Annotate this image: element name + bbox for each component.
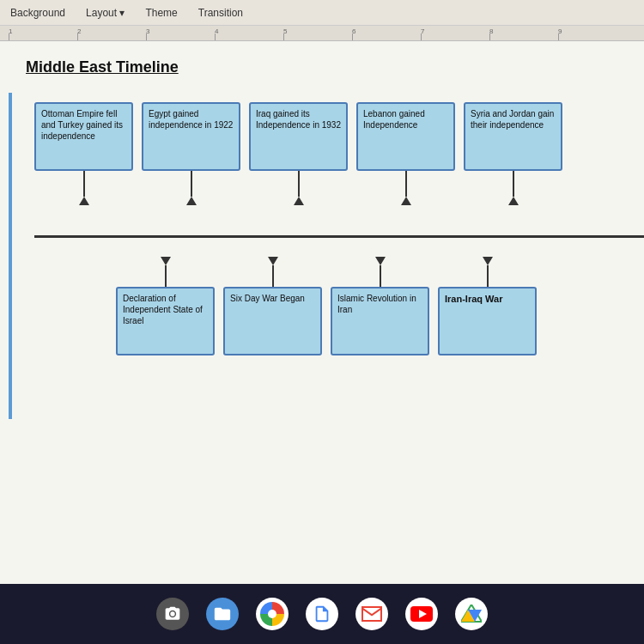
taskbar (0, 584, 644, 644)
page-title: Middle East Timeline (26, 58, 618, 76)
arrow-up-2 (186, 171, 197, 205)
arrow-up-1 (79, 171, 89, 205)
arrow-down-head-2 (268, 257, 278, 265)
taskbar-files-icon[interactable] (206, 598, 239, 630)
taskbar-camera-icon[interactable] (156, 598, 189, 630)
taskbar-drive-icon[interactable] (455, 598, 488, 630)
top-box-1[interactable]: Ottoman Empire fell and Turkey gained it… (34, 102, 133, 171)
menu-theme[interactable]: Theme (142, 5, 180, 21)
arrow-up-3 (294, 171, 304, 205)
taskbar-youtube-icon[interactable] (405, 598, 438, 630)
arrow-down-shaft-3 (380, 265, 381, 287)
menu-background[interactable]: Background (7, 5, 69, 21)
bottom-box-2[interactable]: Six Day War Began (223, 287, 322, 355)
bottom-col-2: Six Day War Began (223, 257, 322, 355)
top-box-3[interactable]: Iraq gained its Independence in 1932 (249, 102, 348, 171)
top-boxes: Ottoman Empire fell and Turkey gained it… (34, 102, 562, 205)
top-box-4[interactable]: Lebanon gained Independence (356, 102, 455, 171)
top-box-2[interactable]: Egypt gained independence in 1922 (142, 102, 240, 171)
menu-bar: Background Layout ▾ Theme Transition (0, 0, 644, 26)
screen: Background Layout ▾ Theme Transition 1 2… (0, 0, 644, 584)
bottom-col-3: Islamic Revolution in Iran (331, 257, 429, 355)
arrow-down-shaft-4 (487, 265, 489, 287)
bottom-col-1: Declaration of Independent State of Isra… (116, 257, 215, 355)
arrow-down-shaft-2 (272, 265, 274, 287)
arrow-up-5 (508, 171, 519, 205)
taskbar-chrome-icon[interactable] (256, 598, 289, 630)
left-accent (9, 93, 12, 419)
arrow-down-head-3 (375, 257, 386, 265)
menu-transition[interactable]: Transition (195, 5, 246, 21)
ruler: 1 2 3 4 5 6 7 8 9 (0, 26, 644, 41)
arrow-up-4 (401, 171, 411, 205)
arrow-down-head-1 (161, 257, 171, 265)
bottom-box-3[interactable]: Islamic Revolution in Iran (331, 287, 429, 355)
taskbar-gmail-icon[interactable] (355, 598, 388, 630)
content-area: Middle East Timeline Ottoman Empire fell… (0, 41, 644, 584)
timeline-line (34, 235, 644, 238)
arrow-down-head-4 (483, 257, 493, 265)
menu-layout[interactable]: Layout ▾ (82, 5, 128, 21)
taskbar-docs-icon[interactable] (306, 598, 338, 630)
bottom-col-4: Iran-Iraq War (438, 257, 537, 355)
bottom-box-4[interactable]: Iran-Iraq War (438, 287, 537, 355)
bottom-box-1[interactable]: Declaration of Independent State of Isra… (116, 287, 215, 355)
arrow-down-shaft-1 (165, 265, 167, 287)
top-box-5[interactable]: Syria and Jordan gain their independence (464, 102, 562, 171)
bottom-boxes: Declaration of Independent State of Isra… (116, 257, 537, 355)
